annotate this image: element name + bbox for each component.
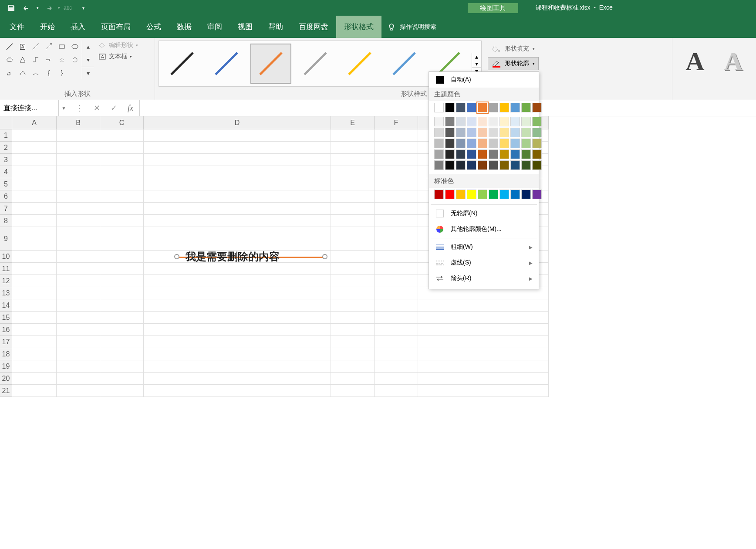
column-header[interactable]: B: [57, 116, 100, 129]
shapes-gallery[interactable]: A ▴ ☆ ⬡ ▾ { } ▾: [3, 41, 94, 79]
color-swatch[interactable]: [467, 149, 476, 159]
cell[interactable]: [418, 336, 549, 348]
cell[interactable]: [57, 373, 100, 385]
wordart-style-1[interactable]: A: [676, 41, 714, 82]
row-header[interactable]: 21: [0, 385, 12, 397]
cell[interactable]: [331, 203, 375, 215]
row-header[interactable]: 13: [0, 287, 12, 299]
color-swatch[interactable]: [500, 117, 509, 126]
cell[interactable]: [57, 348, 100, 360]
color-swatch[interactable]: [510, 190, 520, 199]
color-swatch[interactable]: [521, 139, 531, 148]
color-swatch[interactable]: [500, 139, 509, 148]
color-swatch[interactable]: [521, 128, 531, 137]
color-swatch[interactable]: [478, 117, 487, 126]
color-swatch[interactable]: [521, 149, 531, 159]
cell[interactable]: [100, 203, 144, 215]
row-header[interactable]: 6: [0, 190, 12, 203]
cell[interactable]: [331, 227, 375, 251]
cell[interactable]: [375, 178, 418, 190]
row-header[interactable]: 3: [0, 154, 12, 166]
save-button[interactable]: [5, 2, 17, 14]
cell[interactable]: [418, 299, 549, 312]
cell[interactable]: [375, 299, 418, 312]
cell[interactable]: [331, 251, 375, 263]
row-header[interactable]: 7: [0, 203, 12, 215]
name-box-dropdown[interactable]: ▼: [59, 100, 69, 116]
shape-thumb-star[interactable]: ☆: [56, 54, 68, 66]
column-header[interactable]: F: [375, 116, 418, 129]
color-swatch[interactable]: [456, 103, 466, 112]
cell[interactable]: [12, 299, 57, 312]
cell[interactable]: [57, 263, 100, 275]
cell[interactable]: [57, 312, 100, 324]
cell[interactable]: [57, 299, 100, 312]
row-header[interactable]: 4: [0, 166, 12, 178]
color-swatch[interactable]: [456, 160, 466, 170]
row-header[interactable]: 11: [0, 263, 12, 275]
cell[interactable]: [12, 129, 57, 142]
edit-shape-button[interactable]: 编辑形状▾: [96, 41, 141, 50]
color-swatch[interactable]: [532, 128, 542, 137]
cell[interactable]: [144, 360, 331, 373]
cell[interactable]: [375, 324, 418, 336]
text-box-button[interactable]: A 文本框▾: [96, 52, 141, 61]
row-header[interactable]: 1: [0, 129, 12, 142]
resize-handle-left[interactable]: [174, 254, 179, 259]
row-header[interactable]: 18: [0, 348, 12, 360]
color-swatch[interactable]: [467, 103, 476, 112]
shape-thumb-partial[interactable]: [3, 67, 16, 79]
cell[interactable]: [375, 203, 418, 215]
color-swatch[interactable]: [500, 103, 509, 112]
resize-handle-right[interactable]: [322, 254, 327, 259]
cell[interactable]: [418, 360, 549, 373]
tell-me-search[interactable]: 操作说明搜索: [381, 16, 442, 38]
cell[interactable]: [418, 312, 549, 324]
color-swatch[interactable]: [532, 103, 542, 112]
color-swatch[interactable]: [510, 139, 520, 148]
cell[interactable]: [375, 142, 418, 154]
cell[interactable]: [144, 373, 331, 385]
color-swatch[interactable]: [521, 190, 531, 199]
line-shape-object[interactable]: 我是需要删除的内容: [177, 251, 325, 262]
color-swatch[interactable]: [467, 128, 476, 137]
cell[interactable]: [12, 336, 57, 348]
shape-outline-button[interactable]: 形状轮廓▾: [488, 57, 539, 70]
color-swatch[interactable]: [478, 160, 487, 170]
cell[interactable]: [12, 178, 57, 190]
row-header[interactable]: 2: [0, 142, 12, 154]
color-swatch[interactable]: [467, 117, 476, 126]
style-item-1[interactable]: [162, 44, 202, 84]
shape-thumb-more-up[interactable]: ▴: [82, 41, 94, 53]
column-header[interactable]: D: [144, 116, 331, 129]
color-swatch[interactable]: [434, 103, 444, 112]
cell[interactable]: [12, 385, 57, 397]
cell[interactable]: [375, 336, 418, 348]
cell[interactable]: [12, 348, 57, 360]
tab-view[interactable]: 视图: [230, 16, 260, 38]
wordart-gallery[interactable]: A A: [676, 41, 753, 82]
cell[interactable]: [100, 348, 144, 360]
color-swatch[interactable]: [489, 117, 498, 126]
style-more-down[interactable]: ▾: [472, 60, 481, 67]
cell[interactable]: [331, 263, 375, 275]
color-swatch[interactable]: [445, 190, 455, 199]
cell[interactable]: [100, 166, 144, 178]
row-header[interactable]: 10: [0, 251, 12, 263]
style-more-up[interactable]: ▴: [472, 53, 481, 60]
cell[interactable]: [12, 227, 57, 251]
cell[interactable]: [144, 275, 331, 287]
cell[interactable]: [57, 190, 100, 203]
style-item-4[interactable]: [295, 44, 336, 84]
cell[interactable]: [57, 336, 100, 348]
cell[interactable]: [331, 348, 375, 360]
shape-thumb-triangle[interactable]: [17, 54, 29, 66]
color-swatch[interactable]: [510, 103, 520, 112]
shape-fill-button[interactable]: 形状填充▾: [488, 42, 539, 55]
tab-help[interactable]: 帮助: [260, 16, 291, 38]
cell[interactable]: [57, 129, 100, 142]
row-header[interactable]: 14: [0, 299, 12, 312]
row-header[interactable]: 20: [0, 373, 12, 385]
cell[interactable]: [12, 190, 57, 203]
shape-thumb-curve[interactable]: [17, 67, 29, 79]
